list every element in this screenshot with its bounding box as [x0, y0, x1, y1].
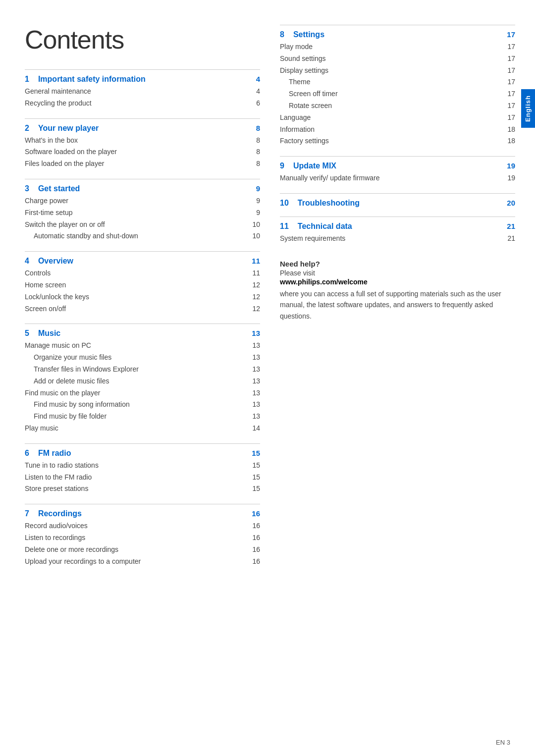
toc-section: 11Technical data21System requirements21	[280, 216, 515, 245]
toc-item-label: Charge power	[25, 195, 68, 207]
toc-item-page: 8	[256, 135, 260, 147]
section-number: 9	[280, 162, 284, 170]
toc-item: System requirements21	[280, 233, 515, 245]
toc-item-label: Manually verify/ update firmware	[280, 172, 380, 184]
section-title: Music	[38, 329, 60, 338]
need-help-title: Need help?	[280, 260, 515, 268]
toc-section: 2Your new player8What's in the box8Softw…	[25, 118, 260, 170]
toc-item: Find music by song information13	[25, 399, 260, 411]
toc-item-label: Transfer files in Windows Explorer	[34, 364, 139, 376]
toc-item-page: 12	[252, 303, 260, 315]
need-help-description: where you can access a full set of suppo…	[280, 288, 515, 322]
toc-item: Listen to the FM radio15	[25, 472, 260, 484]
toc-item: First-time setup9	[25, 207, 260, 219]
toc-item: Upload your recordings to a computer16	[25, 556, 260, 568]
toc-section: 10Troubleshooting20	[280, 193, 515, 208]
section-title: Troubleshooting	[298, 199, 360, 208]
toc-item-page: 16	[252, 532, 260, 544]
toc-item: Controls11	[25, 268, 260, 279]
toc-item-label: Theme	[289, 76, 311, 88]
toc-item-page: 10	[252, 219, 260, 231]
toc-item-label: Controls	[25, 268, 51, 279]
need-help-section: Need help? Please visit www.philips.com/…	[280, 260, 515, 322]
section-page: 17	[507, 30, 515, 39]
toc-item-label: Listen to recordings	[25, 532, 85, 544]
toc-item-page: 9	[256, 195, 260, 207]
toc-item-page: 9	[256, 207, 260, 219]
toc-item-label: Delete one or more recordings	[25, 544, 118, 556]
toc-item-label: Display settings	[280, 65, 328, 77]
toc-item-page: 17	[507, 76, 515, 88]
toc-item-page: 17	[507, 88, 515, 100]
toc-item-page: 12	[252, 291, 260, 303]
left-toc: 1Important safety information4General ma…	[25, 69, 260, 567]
section-title: Recordings	[38, 509, 82, 518]
toc-item: Add or delete music files13	[25, 376, 260, 387]
toc-item: Listen to recordings16	[25, 532, 260, 544]
section-number: 5	[25, 329, 29, 338]
toc-section: 8Settings17Play mode17Sound settings17Di…	[280, 25, 515, 147]
toc-item: Sound settings17	[280, 53, 515, 65]
toc-section-header: 6FM radio15	[25, 449, 260, 458]
toc-item: Files loaded on the player8	[25, 158, 260, 170]
toc-item-page: 13	[252, 352, 260, 364]
toc-section-header: 5Music13	[25, 329, 260, 338]
toc-item: Play mode17	[280, 41, 515, 53]
toc-item: What's in the box8	[25, 135, 260, 147]
toc-item: Find music by file folder13	[25, 411, 260, 423]
section-number: 2	[25, 124, 29, 133]
section-number: 6	[25, 449, 29, 458]
toc-item: Charge power9	[25, 195, 260, 207]
toc-item-label: Software loaded on the player	[25, 146, 117, 158]
section-number: 8	[280, 30, 284, 39]
toc-item: Information18	[280, 124, 515, 136]
toc-section: 1Important safety information4General ma…	[25, 69, 260, 109]
toc-item-label: What's in the box	[25, 135, 78, 147]
toc-item: Home screen12	[25, 279, 260, 291]
toc-item: Manually verify/ update firmware19	[280, 172, 515, 184]
toc-item-page: 19	[507, 172, 515, 184]
section-number: 10	[280, 199, 289, 208]
toc-item-label: Automatic standby and shut-down	[34, 230, 138, 242]
toc-item-label: Switch the player on or off	[25, 219, 105, 231]
page-footer: EN 3	[496, 739, 510, 746]
toc-item-label: Store preset stations	[25, 483, 88, 495]
toc-item: Transfer files in Windows Explorer13	[25, 364, 260, 376]
section-page: 21	[507, 222, 515, 230]
toc-item: Screen off timer17	[280, 88, 515, 100]
section-page: 8	[256, 124, 260, 132]
toc-item-label: Find music on the player	[25, 387, 101, 399]
toc-item: Automatic standby and shut-down10	[25, 230, 260, 242]
toc-item-label: System requirements	[280, 233, 345, 245]
section-page: 16	[252, 509, 260, 518]
toc-section: 5Music13Manage music on PC13Organize you…	[25, 324, 260, 434]
need-help-url[interactable]: www.philips.com/welcome	[280, 278, 515, 286]
toc-section: 3Get started9Charge power9First-time set…	[25, 179, 260, 242]
toc-item-page: 13	[252, 411, 260, 423]
toc-item-page: 15	[252, 460, 260, 472]
toc-item-label: Home screen	[25, 279, 66, 291]
section-title: Overview	[38, 257, 73, 266]
toc-item: Factory settings18	[280, 135, 515, 147]
toc-item-label: Sound settings	[280, 53, 326, 65]
toc-section: 9Update MIX19Manually verify/ update fir…	[280, 156, 515, 184]
toc-item-page: 11	[252, 268, 260, 279]
toc-item-label: Manage music on PC	[25, 340, 91, 352]
main-content: Contents 1Important safety information4G…	[0, 0, 535, 756]
toc-item-label: Factory settings	[280, 135, 329, 147]
toc-item-page: 12	[252, 279, 260, 291]
toc-item-page: 17	[507, 41, 515, 53]
toc-item-page: 13	[252, 399, 260, 411]
toc-item: Lock/unlock the keys12	[25, 291, 260, 303]
toc-item-page: 15	[252, 483, 260, 495]
toc-item-label: Rotate screen	[289, 100, 332, 112]
toc-item: Theme17	[280, 76, 515, 88]
right-column: 8Settings17Play mode17Sound settings17Di…	[280, 20, 515, 736]
section-number: 1	[25, 75, 29, 84]
toc-item-label: Screen on/off	[25, 303, 66, 315]
toc-item: Tune in to radio stations15	[25, 460, 260, 472]
toc-item-label: First-time setup	[25, 207, 72, 219]
toc-item-page: 13	[252, 376, 260, 387]
toc-item: General maintenance4	[25, 86, 260, 98]
toc-item: Display settings17	[280, 65, 515, 77]
